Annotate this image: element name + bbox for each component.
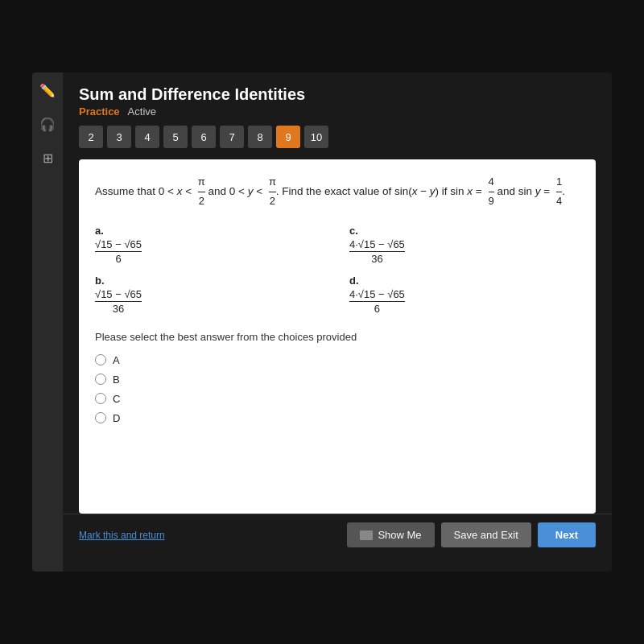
page-title: Sum and Difference Identities	[79, 85, 596, 104]
answer-option-a: a. √15 − √65 6	[95, 225, 325, 265]
footer-buttons: Show Me Save and Exit Next	[347, 522, 596, 547]
radio-circle-a	[95, 354, 106, 365]
radio-label-c: C	[113, 393, 120, 405]
nav-btn-7[interactable]: 7	[220, 126, 244, 148]
headphone-icon[interactable]: 🎧	[38, 114, 57, 134]
radio-label-b: B	[113, 374, 120, 386]
radio-label-a: A	[113, 354, 120, 366]
nav-btn-9[interactable]: 9	[276, 126, 300, 148]
radio-option-b[interactable]: B	[95, 374, 580, 386]
question-nav: 2345678910	[79, 126, 596, 148]
active-label: Active	[128, 105, 156, 118]
radio-circle-d	[95, 412, 106, 423]
nav-btn-8[interactable]: 8	[248, 126, 272, 148]
nav-btn-5[interactable]: 5	[163, 126, 188, 148]
radio-group: ABCD	[95, 354, 580, 424]
answers-grid: a. √15 − √65 6 c. 4·√15 − √65 36 b	[95, 225, 580, 315]
nav-btn-3[interactable]: 3	[107, 126, 131, 148]
subtitle-row: Practice Active	[79, 105, 596, 118]
answer-option-b: b. √15 − √65 36	[95, 275, 325, 315]
nav-btn-2[interactable]: 2	[79, 126, 103, 148]
radio-circle-c	[95, 393, 106, 404]
nav-btn-6[interactable]: 6	[192, 126, 216, 148]
question-card: Assume that 0 < x < π 2 and 0 < y < π 2 …	[79, 159, 596, 514]
film-icon	[360, 530, 373, 540]
question-text: Assume that 0 < x < π 2 and 0 < y < π 2 …	[95, 174, 580, 210]
left-sidebar: ✏️ 🎧 ⊞	[32, 72, 63, 572]
grid-icon[interactable]: ⊞	[38, 148, 57, 167]
radio-option-a[interactable]: A	[95, 354, 580, 366]
radio-option-c[interactable]: C	[95, 393, 580, 405]
main-content: Sum and Difference Identities Practice A…	[63, 72, 612, 514]
pencil-icon[interactable]: ✏️	[38, 80, 57, 100]
next-button[interactable]: Next	[538, 522, 596, 547]
radio-label-d: D	[113, 412, 120, 424]
answer-option-d: d. 4·√15 − √65 6	[349, 275, 580, 315]
nav-btn-10[interactable]: 10	[304, 126, 328, 148]
footer-row: Mark this and return Show Me Save and Ex…	[32, 514, 612, 555]
radio-circle-b	[95, 374, 106, 385]
answer-option-c: c. 4·√15 − √65 36	[349, 225, 580, 265]
radio-option-d[interactable]: D	[95, 412, 580, 424]
app-container: ✏️ 🎧 ⊞ Sum and Difference Identities Pra…	[32, 72, 612, 572]
nav-btn-4[interactable]: 4	[135, 126, 159, 148]
mark-return-button[interactable]: Mark this and return	[79, 530, 165, 541]
save-exit-button[interactable]: Save and Exit	[441, 522, 531, 547]
show-me-button[interactable]: Show Me	[347, 522, 434, 547]
select-prompt: Please select the best answer from the c…	[95, 331, 580, 343]
practice-label: Practice	[79, 105, 120, 118]
